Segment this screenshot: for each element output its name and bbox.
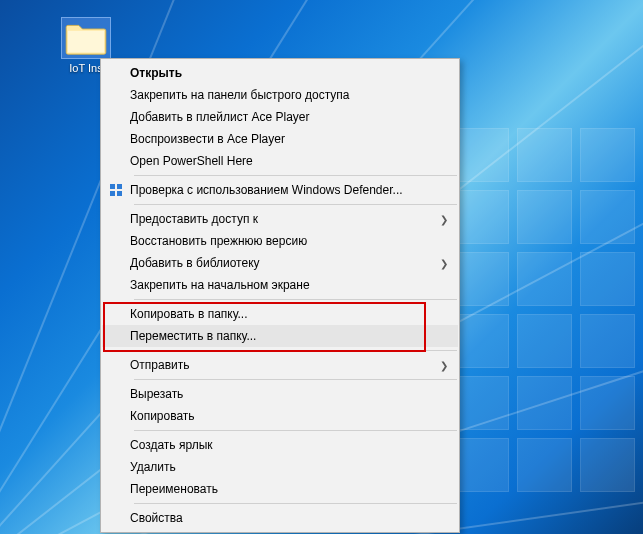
svg-rect-1 [117, 184, 122, 189]
menu-copy-label: Копировать [130, 409, 458, 423]
menu-cut[interactable]: Вырезать [102, 383, 458, 405]
context-menu: Открыть Закрепить на панели быстрого дос… [100, 58, 460, 533]
menu-add-library-label: Добавить в библиотеку [130, 256, 458, 270]
menu-open-powershell[interactable]: Open PowerShell Here [102, 150, 458, 172]
menu-rename[interactable]: Переименовать [102, 478, 458, 500]
menu-separator [134, 175, 457, 176]
menu-move-to-folder-label: Переместить в папку... [130, 329, 458, 343]
chevron-right-icon: ❯ [440, 214, 448, 225]
svg-rect-0 [110, 184, 115, 189]
menu-send-to-label: Отправить [130, 358, 458, 372]
menu-rename-label: Переименовать [130, 482, 458, 496]
menu-delete[interactable]: Удалить [102, 456, 458, 478]
menu-create-shortcut[interactable]: Создать ярлык [102, 434, 458, 456]
menu-powershell-label: Open PowerShell Here [130, 154, 458, 168]
menu-properties[interactable]: Свойства [102, 507, 458, 529]
menu-copy[interactable]: Копировать [102, 405, 458, 427]
chevron-right-icon: ❯ [440, 258, 448, 269]
menu-separator [134, 204, 457, 205]
menu-copy-to-folder[interactable]: Копировать в папку... [102, 303, 458, 325]
menu-play-ace-label: Воспроизвести в Ace Player [130, 132, 458, 146]
menu-send-to[interactable]: Отправить ❯ [102, 354, 458, 376]
chevron-right-icon: ❯ [440, 360, 448, 371]
menu-pin-start-label: Закрепить на начальном экране [130, 278, 458, 292]
menu-pin-start[interactable]: Закрепить на начальном экране [102, 274, 458, 296]
menu-separator [134, 503, 457, 504]
shield-icon [109, 183, 123, 197]
menu-properties-label: Свойства [130, 511, 458, 525]
menu-grant-access-label: Предоставить доступ к [130, 212, 458, 226]
menu-pin-quick-access[interactable]: Закрепить на панели быстрого доступа [102, 84, 458, 106]
menu-add-library[interactable]: Добавить в библиотеку ❯ [102, 252, 458, 274]
menu-copy-to-folder-label: Копировать в папку... [130, 307, 458, 321]
menu-delete-label: Удалить [130, 460, 458, 474]
menu-restore-previous[interactable]: Восстановить прежнюю версию [102, 230, 458, 252]
menu-pin-quick-label: Закрепить на панели быстрого доступа [130, 88, 458, 102]
menu-cut-label: Вырезать [130, 387, 458, 401]
menu-add-ace-playlist[interactable]: Добавить в плейлист Ace Player [102, 106, 458, 128]
folder-icon [62, 18, 110, 58]
menu-play-ace[interactable]: Воспроизвести в Ace Player [102, 128, 458, 150]
svg-rect-2 [110, 191, 115, 196]
menu-move-to-folder[interactable]: Переместить в папку... [102, 325, 458, 347]
desktop-folder-label: IoT Ins [69, 62, 102, 74]
menu-separator [134, 299, 457, 300]
menu-create-shortcut-label: Создать ярлык [130, 438, 458, 452]
menu-grant-access[interactable]: Предоставить доступ к ❯ [102, 208, 458, 230]
svg-rect-3 [117, 191, 122, 196]
menu-open[interactable]: Открыть [102, 62, 458, 84]
menu-open-label: Открыть [130, 66, 458, 80]
menu-windows-defender[interactable]: Проверка с использованием Windows Defend… [102, 179, 458, 201]
menu-separator [134, 379, 457, 380]
menu-separator [134, 430, 457, 431]
menu-add-playlist-label: Добавить в плейлист Ace Player [130, 110, 458, 124]
menu-separator [134, 350, 457, 351]
menu-restore-prev-label: Восстановить прежнюю версию [130, 234, 458, 248]
menu-defender-label: Проверка с использованием Windows Defend… [130, 183, 458, 197]
